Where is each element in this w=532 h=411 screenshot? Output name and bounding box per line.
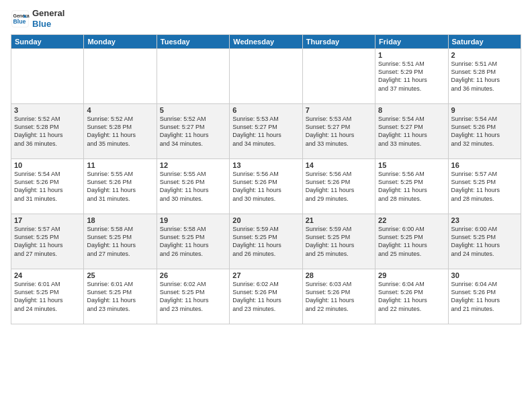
calendar-cell: 30Sunrise: 6:04 AM Sunset: 5:26 PM Dayli…: [448, 269, 521, 324]
day-number: 11: [87, 161, 153, 169]
day-info: Sunrise: 6:01 AM Sunset: 5:25 PM Dayligh…: [14, 280, 81, 313]
day-number: 15: [378, 161, 445, 169]
calendar-cell: 16Sunrise: 5:57 AM Sunset: 5:25 PM Dayli…: [448, 159, 521, 214]
calendar-cell: 1Sunrise: 5:51 AM Sunset: 5:29 PM Daylig…: [375, 49, 448, 104]
day-number: 20: [232, 216, 299, 224]
day-info: Sunrise: 6:01 AM Sunset: 5:25 PM Dayligh…: [87, 280, 153, 313]
day-number: 25: [87, 271, 153, 279]
day-info: Sunrise: 5:59 AM Sunset: 5:25 PM Dayligh…: [306, 225, 372, 258]
calendar-cell: 8Sunrise: 5:54 AM Sunset: 5:27 PM Daylig…: [375, 104, 448, 159]
day-info: Sunrise: 6:00 AM Sunset: 5:25 PM Dayligh…: [451, 225, 518, 258]
day-number: 21: [306, 216, 372, 224]
calendar-cell: [230, 49, 302, 104]
day-number: 2: [451, 51, 518, 59]
calendar-cell: 10Sunrise: 5:54 AM Sunset: 5:26 PM Dayli…: [11, 159, 84, 214]
calendar-cell: 4Sunrise: 5:52 AM Sunset: 5:28 PM Daylig…: [84, 104, 157, 159]
day-number: 12: [160, 161, 226, 169]
calendar-cell: 5Sunrise: 5:52 AM Sunset: 5:27 PM Daylig…: [157, 104, 229, 159]
svg-text:Blue: Blue: [13, 18, 26, 25]
calendar-cell: 12Sunrise: 5:55 AM Sunset: 5:26 PM Dayli…: [157, 159, 229, 214]
logo: General Blue General Blue: [11, 8, 64, 29]
header: General Blue General Blue: [11, 8, 521, 29]
calendar-cell: 14Sunrise: 5:56 AM Sunset: 5:26 PM Dayli…: [302, 159, 375, 214]
calendar-cell: 11Sunrise: 5:55 AM Sunset: 5:26 PM Dayli…: [84, 159, 157, 214]
calendar-cell: [84, 49, 157, 104]
weekday-thursday: Thursday: [302, 35, 375, 49]
day-info: Sunrise: 5:52 AM Sunset: 5:28 PM Dayligh…: [14, 115, 81, 148]
calendar-cell: 25Sunrise: 6:01 AM Sunset: 5:25 PM Dayli…: [84, 269, 157, 324]
calendar-cell: 7Sunrise: 5:53 AM Sunset: 5:27 PM Daylig…: [302, 104, 375, 159]
calendar-cell: 3Sunrise: 5:52 AM Sunset: 5:28 PM Daylig…: [11, 104, 84, 159]
day-info: Sunrise: 5:58 AM Sunset: 5:25 PM Dayligh…: [160, 225, 226, 258]
day-number: 3: [14, 106, 81, 114]
calendar-cell: 19Sunrise: 5:58 AM Sunset: 5:25 PM Dayli…: [157, 214, 229, 269]
calendar-cell: 15Sunrise: 5:56 AM Sunset: 5:25 PM Dayli…: [375, 159, 448, 214]
day-info: Sunrise: 6:02 AM Sunset: 5:25 PM Dayligh…: [160, 280, 226, 313]
calendar-cell: [11, 49, 84, 104]
day-info: Sunrise: 5:54 AM Sunset: 5:27 PM Dayligh…: [378, 115, 445, 148]
day-info: Sunrise: 5:58 AM Sunset: 5:25 PM Dayligh…: [87, 225, 153, 258]
calendar-cell: 24Sunrise: 6:01 AM Sunset: 5:25 PM Dayli…: [11, 269, 84, 324]
day-info: Sunrise: 5:53 AM Sunset: 5:27 PM Dayligh…: [306, 115, 372, 148]
calendar-cell: 26Sunrise: 6:02 AM Sunset: 5:25 PM Dayli…: [157, 269, 229, 324]
calendar-cell: 2Sunrise: 5:51 AM Sunset: 5:28 PM Daylig…: [448, 49, 521, 104]
day-number: 23: [451, 216, 518, 224]
weekday-wednesday: Wednesday: [230, 35, 302, 49]
day-number: 6: [232, 106, 299, 114]
day-number: 9: [451, 106, 518, 114]
day-number: 1: [378, 51, 445, 59]
calendar-cell: 13Sunrise: 5:56 AM Sunset: 5:26 PM Dayli…: [230, 159, 302, 214]
week-row-5: 24Sunrise: 6:01 AM Sunset: 5:25 PM Dayli…: [11, 269, 521, 324]
day-number: 7: [306, 106, 372, 114]
day-info: Sunrise: 5:57 AM Sunset: 5:25 PM Dayligh…: [14, 225, 81, 258]
week-row-4: 17Sunrise: 5:57 AM Sunset: 5:25 PM Dayli…: [11, 214, 521, 269]
day-number: 14: [306, 161, 372, 169]
calendar: SundayMondayTuesdayWednesdayThursdayFrid…: [11, 34, 521, 324]
day-number: 27: [232, 271, 299, 279]
day-info: Sunrise: 5:56 AM Sunset: 5:26 PM Dayligh…: [232, 170, 299, 203]
logo-text-general: General: [32, 8, 64, 19]
logo-icon: General Blue: [11, 9, 30, 28]
day-info: Sunrise: 5:59 AM Sunset: 5:25 PM Dayligh…: [232, 225, 299, 258]
logo-text-blue: Blue: [32, 19, 64, 30]
day-number: 22: [378, 216, 445, 224]
calendar-cell: 17Sunrise: 5:57 AM Sunset: 5:25 PM Dayli…: [11, 214, 84, 269]
day-number: 30: [451, 271, 518, 279]
day-info: Sunrise: 6:04 AM Sunset: 5:26 PM Dayligh…: [378, 280, 445, 313]
day-info: Sunrise: 5:57 AM Sunset: 5:25 PM Dayligh…: [451, 170, 518, 203]
day-info: Sunrise: 6:03 AM Sunset: 5:26 PM Dayligh…: [306, 280, 372, 313]
day-number: 8: [378, 106, 445, 114]
weekday-tuesday: Tuesday: [157, 35, 229, 49]
calendar-cell: 22Sunrise: 6:00 AM Sunset: 5:25 PM Dayli…: [375, 214, 448, 269]
calendar-cell: 21Sunrise: 5:59 AM Sunset: 5:25 PM Dayli…: [302, 214, 375, 269]
calendar-cell: 6Sunrise: 5:53 AM Sunset: 5:27 PM Daylig…: [230, 104, 302, 159]
calendar-cell: 28Sunrise: 6:03 AM Sunset: 5:26 PM Dayli…: [302, 269, 375, 324]
calendar-cell: 29Sunrise: 6:04 AM Sunset: 5:26 PM Dayli…: [375, 269, 448, 324]
calendar-cell: 23Sunrise: 6:00 AM Sunset: 5:25 PM Dayli…: [448, 214, 521, 269]
day-number: 19: [160, 216, 226, 224]
day-info: Sunrise: 5:51 AM Sunset: 5:28 PM Dayligh…: [451, 60, 518, 93]
day-number: 4: [87, 106, 153, 114]
day-number: 24: [14, 271, 81, 279]
day-info: Sunrise: 5:54 AM Sunset: 5:26 PM Dayligh…: [14, 170, 81, 203]
day-info: Sunrise: 5:55 AM Sunset: 5:26 PM Dayligh…: [87, 170, 153, 203]
weekday-monday: Monday: [84, 35, 157, 49]
day-number: 17: [14, 216, 81, 224]
day-info: Sunrise: 5:56 AM Sunset: 5:25 PM Dayligh…: [378, 170, 445, 203]
calendar-cell: 9Sunrise: 5:54 AM Sunset: 5:26 PM Daylig…: [448, 104, 521, 159]
day-info: Sunrise: 6:02 AM Sunset: 5:26 PM Dayligh…: [232, 280, 299, 313]
day-info: Sunrise: 5:51 AM Sunset: 5:29 PM Dayligh…: [378, 60, 445, 93]
day-info: Sunrise: 5:55 AM Sunset: 5:26 PM Dayligh…: [160, 170, 226, 203]
day-info: Sunrise: 5:52 AM Sunset: 5:27 PM Dayligh…: [160, 115, 226, 148]
week-row-3: 10Sunrise: 5:54 AM Sunset: 5:26 PM Dayli…: [11, 159, 521, 214]
day-info: Sunrise: 5:56 AM Sunset: 5:26 PM Dayligh…: [306, 170, 372, 203]
week-row-1: 1Sunrise: 5:51 AM Sunset: 5:29 PM Daylig…: [11, 49, 521, 104]
day-info: Sunrise: 6:04 AM Sunset: 5:26 PM Dayligh…: [451, 280, 518, 313]
day-number: 10: [14, 161, 81, 169]
day-info: Sunrise: 5:53 AM Sunset: 5:27 PM Dayligh…: [232, 115, 299, 148]
day-info: Sunrise: 5:52 AM Sunset: 5:28 PM Dayligh…: [87, 115, 153, 148]
week-row-2: 3Sunrise: 5:52 AM Sunset: 5:28 PM Daylig…: [11, 104, 521, 159]
day-number: 18: [87, 216, 153, 224]
page: General Blue General Blue SundayMondayTu…: [0, 0, 532, 411]
weekday-friday: Friday: [375, 35, 448, 49]
